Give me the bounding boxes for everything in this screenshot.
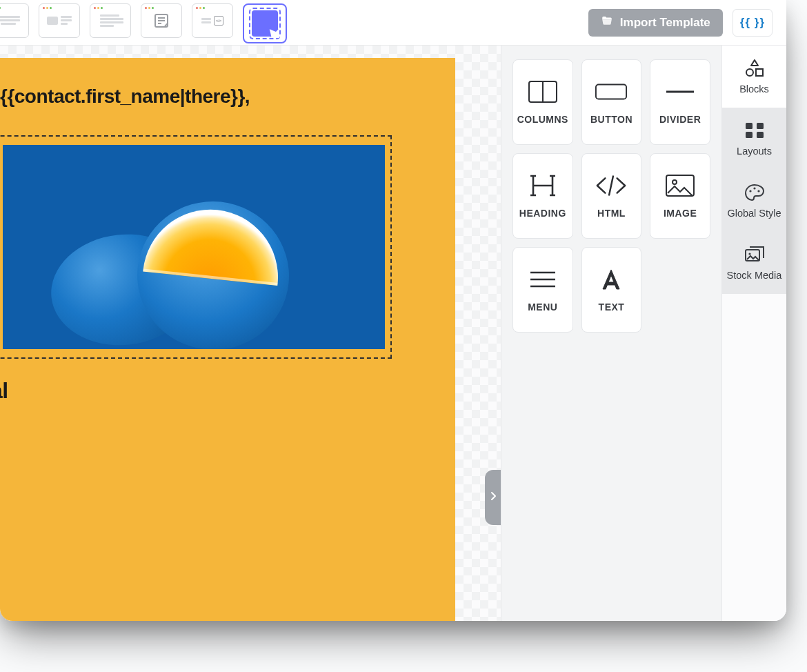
email-body[interactable]: {{contact.first_name|there}}, e Christma… (0, 58, 455, 621)
block-label: TEXT (599, 302, 625, 313)
tab-layouts[interactable]: Layouts (722, 108, 786, 170)
svg-rect-13 (757, 123, 764, 129)
selection-icon (252, 10, 278, 37)
block-label: COLUMNS (517, 114, 568, 125)
merge-tags-button[interactable]: {{ }} (733, 9, 773, 37)
button-icon (595, 79, 628, 104)
blocks-grid: COLUMNS BUTTON DIVIDER (512, 59, 710, 333)
tab-blocks[interactable]: Blocks (722, 46, 786, 108)
svg-point-20 (748, 253, 750, 255)
svg-rect-12 (746, 123, 753, 129)
block-image[interactable]: IMAGE (650, 153, 710, 239)
block-heading[interactable]: HEADING (512, 153, 573, 239)
divider-icon (664, 79, 697, 104)
block-label: DIVIDER (659, 114, 701, 125)
right-panel: COLUMNS BUTTON DIVIDER (501, 46, 786, 621)
tab-global-style[interactable]: Global Style (722, 170, 786, 232)
text-icon (595, 267, 628, 292)
tab-label: Blocks (739, 83, 769, 95)
hero-image[interactable] (3, 145, 385, 349)
blocks-area: COLUMNS BUTTON DIVIDER (501, 46, 721, 621)
template-thumb-2[interactable] (39, 3, 80, 38)
folder-icon (601, 14, 613, 30)
svg-point-16 (749, 190, 751, 192)
block-label: BUTTON (590, 114, 632, 125)
merge-tags-label: {{ }} (740, 16, 765, 29)
block-button[interactable]: BUTTON (581, 59, 642, 145)
import-template-label: Import Template (620, 16, 710, 30)
side-tabs: Blocks Layouts Global Style (721, 46, 786, 621)
app-window: </> Import Template {{ }} {{contact.firs… (0, 0, 786, 621)
template-thumb-4[interactable] (141, 3, 182, 38)
template-thumb-5[interactable]: </> (192, 3, 233, 38)
selected-image-block[interactable] (0, 135, 392, 359)
svg-rect-15 (757, 132, 764, 138)
svg-point-10 (746, 69, 753, 76)
svg-point-18 (757, 190, 759, 192)
menu-icon (526, 267, 559, 292)
template-thumb-selected[interactable] (243, 3, 287, 43)
top-toolbar: </> Import Template {{ }} (0, 0, 786, 46)
block-divider[interactable]: DIVIDER (650, 59, 710, 145)
svg-rect-11 (756, 69, 763, 76)
orange-cut-shape (143, 203, 284, 286)
block-menu[interactable]: MENU (512, 247, 573, 333)
panel-collapse-handle[interactable] (485, 470, 501, 525)
image-icon (664, 173, 697, 198)
greeting-text[interactable]: {{contact.first_name|there}}, (0, 86, 430, 108)
svg-rect-14 (746, 132, 753, 138)
block-label: IMAGE (664, 208, 697, 219)
block-columns[interactable]: COLUMNS (512, 59, 573, 145)
deal-heading[interactable]: e Christmas Deal (0, 378, 430, 404)
canvas[interactable]: {{contact.first_name|there}}, e Christma… (0, 46, 501, 621)
block-label: HTML (597, 208, 626, 219)
template-thumb-3[interactable] (90, 3, 131, 38)
template-thumb-1[interactable] (0, 3, 29, 38)
svg-point-6 (672, 180, 677, 184)
media-icon (744, 246, 765, 266)
html-icon (595, 173, 628, 198)
svg-point-17 (753, 187, 755, 189)
tab-label: Global Style (727, 208, 781, 219)
grid-icon (744, 121, 765, 141)
block-label: MENU (528, 302, 557, 313)
block-label: HEADING (519, 208, 566, 219)
main-area: {{contact.first_name|there}}, e Christma… (0, 46, 786, 621)
palette-icon (744, 184, 765, 204)
heading-icon (526, 173, 559, 198)
tab-label: Layouts (737, 146, 772, 157)
shapes-icon (744, 59, 765, 79)
template-thumbnails: </> (0, 2, 287, 43)
svg-rect-3 (596, 84, 626, 99)
tab-label: Stock Media (727, 270, 782, 281)
block-html[interactable]: HTML (581, 153, 642, 239)
chevron-right-icon (490, 491, 497, 504)
columns-icon (526, 79, 559, 104)
import-template-button[interactable]: Import Template (588, 9, 723, 37)
tab-stock-media[interactable]: Stock Media (722, 232, 786, 294)
block-text[interactable]: TEXT (581, 247, 642, 333)
